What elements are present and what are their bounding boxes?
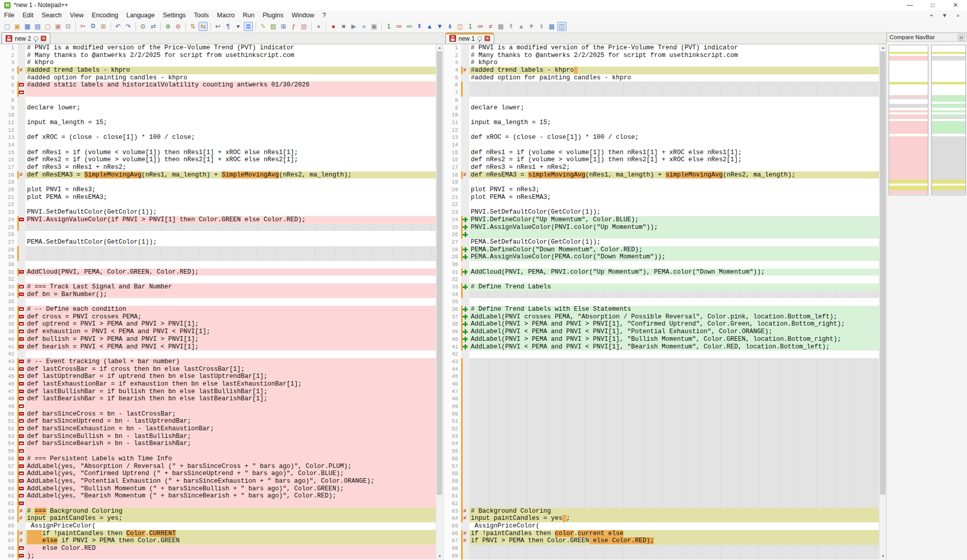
diff-margin[interactable]	[17, 164, 25, 171]
print-button[interactable]: ⊟	[64, 22, 73, 31]
diff-margin[interactable]	[17, 508, 25, 515]
diff-margin[interactable]	[17, 492, 25, 500]
code-text[interactable]	[25, 403, 436, 410]
navbar-minimap-right[interactable]	[931, 45, 966, 195]
diff-margin[interactable]	[461, 508, 469, 515]
code-line[interactable]: 40AddLabel(PNVI > PEMA and PNVI > PNVI[1…	[444, 336, 879, 343]
editor-right[interactable]: 1# PNVI is a modified version of the Pri…	[444, 44, 886, 560]
code-line[interactable]: 4#added trend labels - khpro	[0, 67, 436, 74]
code-line[interactable]: 53def barsSinceBullish = bn - lastBullis…	[0, 433, 436, 440]
diff-margin[interactable]	[17, 141, 25, 149]
compare-button[interactable]: ≔	[394, 22, 404, 31]
code-text[interactable]	[469, 395, 879, 403]
code-text[interactable]: def barsSinceBearish = bn - lastBearishB…	[25, 440, 436, 448]
clear-compare-button[interactable]: ≠	[486, 22, 495, 31]
new-file-button[interactable]: ▢	[3, 22, 12, 31]
code-text[interactable]	[469, 127, 879, 134]
code-text[interactable]	[469, 463, 879, 470]
diff-margin[interactable]	[17, 410, 25, 418]
diff-margin[interactable]	[461, 313, 469, 321]
code-text[interactable]: def nResEMA3 = SimpleMovingAvg(nRes1, ma…	[25, 171, 436, 179]
redo-button[interactable]: ↷	[124, 22, 133, 31]
code-text[interactable]: PEMA.SetDefaultColor(GetColor(1));	[469, 239, 879, 246]
code-line[interactable]: 9declare lower;	[444, 104, 879, 112]
code-text[interactable]	[469, 455, 879, 463]
code-text[interactable]	[469, 89, 879, 97]
maximize-button[interactable]: □	[921, 0, 944, 10]
code-line[interactable]: 57AddLabel(yes, "Absorption / Reversal (…	[0, 463, 436, 470]
diff-margin[interactable]	[461, 298, 469, 306]
code-text[interactable]	[469, 388, 879, 396]
diff-margin[interactable]	[461, 485, 469, 493]
code-text[interactable]: AddLabel(PNVI > PEMA and PNVI > PNVI[1],…	[469, 336, 879, 343]
diff-margin[interactable]	[461, 194, 469, 201]
diff-margin[interactable]	[17, 440, 25, 448]
diff-margin[interactable]	[461, 478, 469, 485]
code-line[interactable]: 32	[0, 276, 436, 283]
navbar-menu-button[interactable]: ▤	[958, 34, 965, 41]
code-text[interactable]	[25, 448, 436, 455]
code-line[interactable]: 69	[444, 552, 879, 560]
code-text[interactable]	[469, 448, 879, 455]
code-text[interactable]: if !paintCandles then Color.CURRENT	[25, 530, 436, 538]
copy-button[interactable]: ⧉	[89, 22, 98, 31]
code-text[interactable]: def nRes3 = nRes1 + nRes2;	[469, 164, 879, 171]
diff-margin[interactable]	[461, 470, 469, 478]
scroll-thumb[interactable]	[437, 51, 442, 495]
menu-window[interactable]: Window	[288, 10, 318, 20]
diff-margin[interactable]	[461, 67, 469, 74]
code-text[interactable]: PEMA.SetDefaultColor(GetColor(1));	[25, 239, 436, 246]
code-text[interactable]: PNVI.SetDefaultColor(GetColor(1));	[469, 209, 879, 216]
code-text[interactable]: input ma_length = 15;	[25, 119, 436, 127]
compare-selections-button[interactable]: ≔	[476, 22, 485, 31]
code-text[interactable]: PNVI.DefineColor("Up Momentum", Color.BL…	[469, 216, 879, 224]
diff-margin[interactable]	[461, 373, 469, 380]
menu-tools[interactable]: Tools	[190, 10, 213, 20]
code-line[interactable]: 22	[0, 201, 436, 209]
code-text[interactable]: AddLabel(yes, "Confirmed Uptrend (" + ba…	[25, 470, 436, 478]
close-tab-icon[interactable]: ✕	[41, 36, 46, 41]
code-text[interactable]: # === Background Coloring	[25, 508, 436, 515]
diff-margin[interactable]	[461, 74, 469, 82]
code-line[interactable]: 59	[444, 478, 879, 485]
compare-set-first-button[interactable]: 1	[384, 22, 393, 31]
menu-edit[interactable]: Edit	[18, 10, 38, 20]
code-line[interactable]: 27PEMA.SetDefaultColor(GetColor(1));	[444, 239, 879, 246]
diff-margin[interactable]	[17, 261, 25, 269]
diff-margin[interactable]	[17, 134, 25, 141]
tab-new-1[interactable]: new 1✕	[445, 33, 494, 44]
code-line[interactable]: 50def barsSinceCross = bn - lastCrossBar…	[0, 410, 436, 418]
code-text[interactable]: def bearish = PNVI < PEMA and PNVI < PNV…	[25, 343, 436, 351]
diff-margin[interactable]	[17, 89, 25, 97]
macro-play-button[interactable]: ▶	[349, 22, 358, 31]
plugin-folder-button[interactable]: ▨	[299, 22, 308, 31]
scroll-down-arrow[interactable]: ▼	[879, 553, 886, 560]
code-line[interactable]: 41def bearish = PNVI < PEMA and PNVI < P…	[0, 343, 436, 351]
diff-margin[interactable]	[17, 104, 25, 112]
diff-margin[interactable]	[461, 492, 469, 500]
code-line[interactable]: 44	[444, 366, 879, 373]
code-line[interactable]: 7	[444, 89, 879, 97]
menu-encoding[interactable]: Encoding	[88, 10, 122, 20]
macro-run-multiple-button[interactable]: »	[359, 22, 368, 31]
diff-margin[interactable]	[17, 485, 25, 493]
diff-margin[interactable]	[17, 276, 25, 283]
diff-margin[interactable]	[17, 448, 25, 455]
diff-margin[interactable]	[461, 81, 469, 89]
pin-icon[interactable]	[477, 36, 482, 41]
code-line[interactable]: 17def nRes3 = nRes1 + nRes2;	[444, 164, 879, 171]
diff-margin[interactable]	[461, 350, 469, 358]
diff-margin[interactable]	[17, 388, 25, 396]
diff-margin[interactable]	[17, 283, 25, 291]
diff-margin[interactable]	[17, 291, 25, 299]
code-line[interactable]: 64input paintCandles = yes ;	[444, 515, 879, 522]
code-line[interactable]: 10	[0, 111, 436, 119]
diff-margin[interactable]	[17, 470, 25, 478]
diff-margin[interactable]	[461, 52, 469, 60]
diff-margin[interactable]	[461, 410, 469, 418]
code-line[interactable]: 47	[444, 388, 879, 396]
diff-margin[interactable]	[17, 156, 25, 164]
code-line[interactable]: 65 AssignPriceColor(	[0, 522, 436, 530]
code-line[interactable]: 45	[444, 373, 879, 380]
diff-margin[interactable]	[461, 59, 469, 67]
